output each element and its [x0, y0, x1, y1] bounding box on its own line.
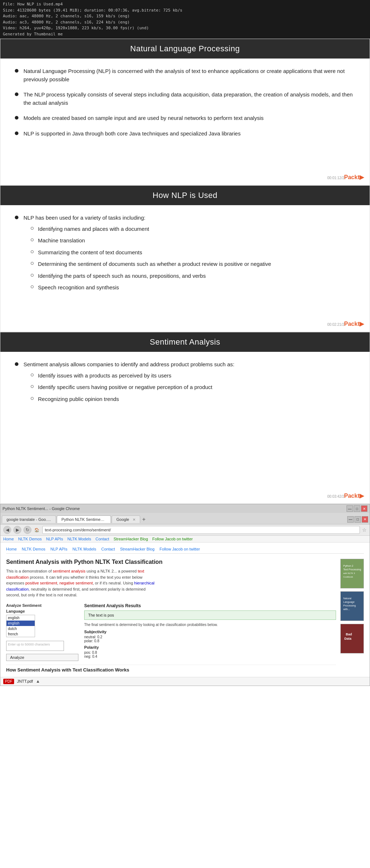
list-item: Summarizing the content of text document… — [23, 249, 271, 257]
bullet-dot — [15, 92, 18, 96]
file-info-line2: Size: 41328600 bytes (39.41 MiB); durati… — [3, 8, 367, 14]
subjectivity-neutral: neutral: 0.2 — [84, 635, 336, 639]
site-nav-models[interactable]: NLTK Models — [72, 547, 96, 551]
reload-button[interactable]: ↻ — [23, 526, 31, 534]
result-description: The final sentiment is determined by loo… — [84, 623, 336, 627]
result-box: The text is pos — [84, 610, 336, 620]
address-bar[interactable] — [42, 526, 360, 534]
sub-bullet — [31, 373, 34, 376]
svg-text:Bad: Bad — [346, 632, 352, 636]
browser-footer-title: How Sentiment Analysis with Text Classif… — [6, 665, 336, 673]
slide-3-title: Sentiment Analysis — [0, 332, 370, 352]
page-description: This is a demonstration of sentiment ana… — [6, 568, 158, 598]
new-tab-button[interactable]: + — [142, 516, 146, 523]
svg-text:Natural: Natural — [343, 597, 352, 600]
list-item: Natural Language Processing (NLP) is con… — [15, 67, 355, 83]
bookmark-nltk-models[interactable]: NLTK Models — [67, 537, 91, 541]
list-item: Sentiment analysis allows companies to i… — [15, 360, 355, 407]
browser-bookmarks: Home NLTK Demos NLP APIs NLTK Models Con… — [0, 536, 370, 543]
svg-text:Processing: Processing — [343, 604, 356, 607]
language-select[interactable]: english english dutch french — [6, 615, 35, 637]
packt-logo-3: Packt▶ — [344, 492, 364, 499]
browser-page-content: Home NLTK Demos NLP APIs NLTK Models Con… — [0, 543, 370, 677]
slide-3-timestamp: 00:03:42/2 — [327, 495, 344, 498]
bottom-bar-arrow: ▲ — [36, 679, 40, 684]
tab-google[interactable]: Google ✕ — [112, 515, 140, 523]
list-item: NLP is supported in Java through both co… — [15, 130, 355, 138]
site-nav-contact[interactable]: Contact — [101, 547, 115, 551]
tab-python-nltk[interactable]: Python NLTK Sentimen... ✕ — [57, 515, 111, 523]
svg-text:Data: Data — [344, 637, 352, 640]
lang-option-french[interactable]: french — [7, 631, 35, 637]
tab-close-icon[interactable]: ✕ — [52, 518, 55, 522]
bullet-dot — [15, 116, 18, 120]
polarity-neg: neg: 0.4 — [84, 655, 336, 658]
svg-text:Text Processing: Text Processing — [343, 568, 361, 571]
browser-title-text: Python NLTK Sentiment... - Google Chrome — [3, 506, 347, 511]
tab-close-icon[interactable]: ✕ — [109, 518, 111, 522]
analyze-button[interactable]: Analyze — [6, 654, 78, 661]
minimize-button[interactable]: — — [347, 505, 353, 512]
sentiment-results: Sentiment Analysis Results The text is p… — [84, 603, 336, 661]
list-item: The NLP process typically consists of se… — [15, 91, 355, 107]
side-images: Python 2 Text Processing with NLTK 3 Coo… — [340, 559, 364, 673]
packt-logo-2: Packt▶ — [344, 320, 364, 327]
results-title: Sentiment Analysis Results — [84, 603, 336, 608]
list-item: Models are created based on sample input… — [15, 114, 355, 122]
home-button[interactable]: 🏠 — [34, 528, 39, 532]
file-info-header: File: How NLP is Used.mp4 Size: 41328600… — [0, 0, 370, 39]
slide-3-bullet-list: Sentiment analysis allows companies to i… — [15, 360, 355, 407]
bookmark-contact[interactable]: Contact — [95, 537, 109, 541]
sub-bullet — [31, 285, 34, 288]
forward-button[interactable]: ▶ — [13, 526, 21, 534]
bullet-dot — [15, 131, 18, 135]
sub-bullet — [31, 397, 34, 400]
close-button[interactable]: ✕ — [361, 505, 367, 512]
bookmark-nlp-apis[interactable]: NLP APIs — [46, 537, 63, 541]
bookmark-streamhacker[interactable]: StreamHacker Blog — [113, 537, 148, 541]
subjectivity-section: Subjectivity neutral: 0.2 polar: 0.8 — [84, 630, 336, 643]
list-item: Recognizing public opinion trends — [23, 395, 235, 403]
bullet-dot — [15, 216, 18, 219]
site-nav-jacob[interactable]: Follow Jacob on twitter — [160, 547, 200, 551]
maximize-button[interactable]: □ — [354, 505, 360, 512]
bookmark-home[interactable]: Home — [3, 537, 14, 541]
bookmark-jacob[interactable]: Follow Jacob on twitter — [152, 537, 193, 541]
window-controls: — □ ✕ — [347, 505, 367, 512]
slide-2-title: How NLP is Used — [0, 186, 370, 205]
analyze-label: Analyze Sentiment — [6, 603, 78, 608]
browser-restore-button[interactable]: □ — [354, 516, 361, 523]
browser-controls: ◀ ▶ ↻ 🏠 ☆ — [0, 524, 370, 536]
tab-google-translate[interactable]: google translate - Goo... ✕ — [2, 515, 56, 523]
polarity-pos: pos: 0.8 — [84, 651, 336, 655]
site-nav-nltk[interactable]: NLTK Demos — [22, 547, 45, 551]
book-cover-svg-1: Python 2 Text Processing with NLTK 3 Coo… — [341, 560, 363, 588]
site-nav-streamhacker[interactable]: StreamHacker Blog — [120, 547, 154, 551]
file-info-line6: Generated by Thumbnail me — [3, 31, 367, 38]
slide-1-bullet-list: Natural Language Processing (NLP) is con… — [15, 67, 355, 138]
subjectivity-polar: polar: 0.8 — [84, 639, 336, 643]
lang-option-english1[interactable]: english — [7, 615, 35, 621]
site-nav-home[interactable]: Home — [6, 547, 17, 551]
back-button[interactable]: ◀ — [3, 526, 11, 534]
list-item: Identify specific users having positive … — [23, 383, 235, 392]
slide-1: Natural Language Processing Natural Lang… — [0, 39, 370, 185]
sentiment-layout: Analyze Sentiment Language english engli… — [6, 603, 336, 661]
bookmark-nltk-demos[interactable]: NLTK Demos — [18, 537, 42, 541]
tab-close-icon[interactable]: ✕ — [133, 518, 135, 522]
slide-3-content: Sentiment analysis allows companies to i… — [0, 352, 370, 504]
site-nav-apis[interactable]: NLP APIs — [51, 547, 68, 551]
sub-bullet — [31, 262, 34, 265]
bookmark-icon[interactable]: ☆ — [362, 527, 367, 533]
pdf-filename[interactable]: JNTT.pdf — [17, 679, 33, 683]
list-item: NLP has been used for a variety of tasks… — [15, 214, 355, 295]
browser-minimize-button[interactable]: — — [347, 516, 354, 523]
book-thumbnail-1: Python 2 Text Processing with NLTK 3 Coo… — [340, 559, 364, 588]
browser-close-button[interactable]: ✕ — [362, 516, 368, 523]
lang-option-dutch[interactable]: dutch — [7, 626, 35, 631]
bullet-dot — [15, 362, 18, 366]
text-input[interactable]: Enter up to 50000 characters — [6, 641, 64, 651]
svg-text:Language: Language — [343, 601, 354, 604]
lang-option-english2[interactable]: english — [7, 621, 35, 626]
browser-bottom-bar: PDF JNTT.pdf ▲ — [0, 677, 370, 686]
